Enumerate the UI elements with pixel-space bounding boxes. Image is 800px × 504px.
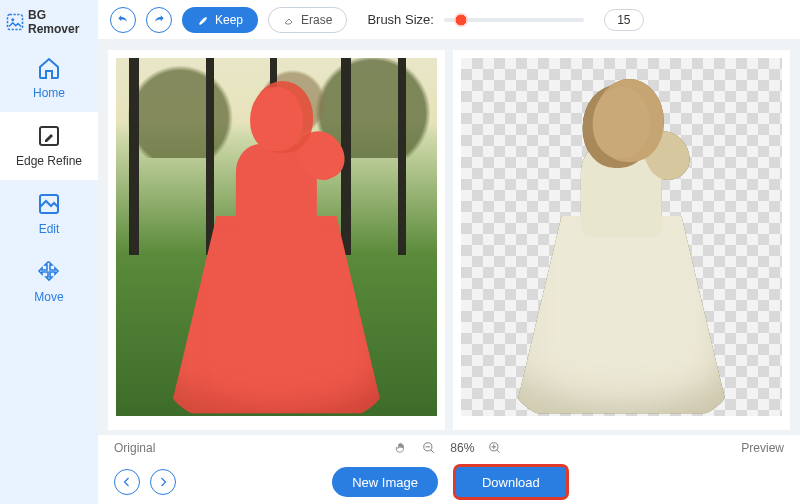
brush-size-value[interactable]: 15 <box>604 9 644 31</box>
sidebar: BG Remover Home Edge Refine Edit Move <box>0 0 98 504</box>
zoom-out-icon[interactable] <box>422 441 436 455</box>
sidebar-item-edit[interactable]: Edit <box>0 180 98 248</box>
logo-icon <box>6 13 24 31</box>
sidebar-item-move[interactable]: Move <box>0 248 98 316</box>
erase-button[interactable]: Erase <box>268 7 347 33</box>
svg-rect-0 <box>8 15 23 30</box>
status-bar: Original 86% Preview <box>98 434 800 460</box>
app-title: BG Remover <box>28 8 92 36</box>
app-logo: BG Remover <box>0 0 98 44</box>
toolbar: Keep Erase Brush Size: 15 <box>98 0 800 40</box>
preview-image <box>461 58 782 416</box>
sidebar-item-label: Edge Refine <box>16 154 82 168</box>
sidebar-item-label: Home <box>33 86 65 100</box>
sidebar-item-label: Edit <box>39 222 60 236</box>
chevron-right-icon <box>157 476 169 488</box>
original-panel[interactable] <box>108 50 445 430</box>
chevron-left-icon <box>121 476 133 488</box>
brush-size-slider[interactable] <box>444 18 584 22</box>
sidebar-item-edge-refine[interactable]: Edge Refine <box>0 112 98 180</box>
download-button[interactable]: Download <box>456 467 566 497</box>
main-area: Keep Erase Brush Size: 15 <box>98 0 800 504</box>
preview-panel[interactable] <box>453 50 790 430</box>
download-label: Download <box>482 475 540 490</box>
redo-button[interactable] <box>146 7 172 33</box>
undo-button[interactable] <box>110 7 136 33</box>
keep-button[interactable]: Keep <box>182 7 258 33</box>
zoom-in-icon[interactable] <box>488 441 502 455</box>
next-image-button[interactable] <box>150 469 176 495</box>
sidebar-item-home[interactable]: Home <box>0 44 98 112</box>
redo-icon <box>152 13 166 27</box>
zoom-percent: 86% <box>450 441 474 455</box>
erase-label: Erase <box>301 13 332 27</box>
slider-knob[interactable] <box>454 13 468 27</box>
move-icon <box>37 260 61 284</box>
action-bar: New Image Download <box>98 460 800 504</box>
svg-point-1 <box>11 18 14 21</box>
preview-label: Preview <box>741 441 784 455</box>
edit-icon <box>37 192 61 216</box>
prev-image-button[interactable] <box>114 469 140 495</box>
original-label: Original <box>114 441 155 455</box>
keep-label: Keep <box>215 13 243 27</box>
workspace <box>98 40 800 434</box>
home-icon <box>37 56 61 80</box>
edge-refine-icon <box>37 124 61 148</box>
pan-icon[interactable] <box>394 441 408 455</box>
new-image-button[interactable]: New Image <box>332 467 438 497</box>
erase-icon <box>283 14 295 26</box>
brush-size-label: Brush Size: <box>367 12 433 27</box>
keep-brush-icon <box>197 14 209 26</box>
undo-icon <box>116 13 130 27</box>
original-image <box>116 58 437 416</box>
new-image-label: New Image <box>352 475 418 490</box>
sidebar-item-label: Move <box>34 290 63 304</box>
